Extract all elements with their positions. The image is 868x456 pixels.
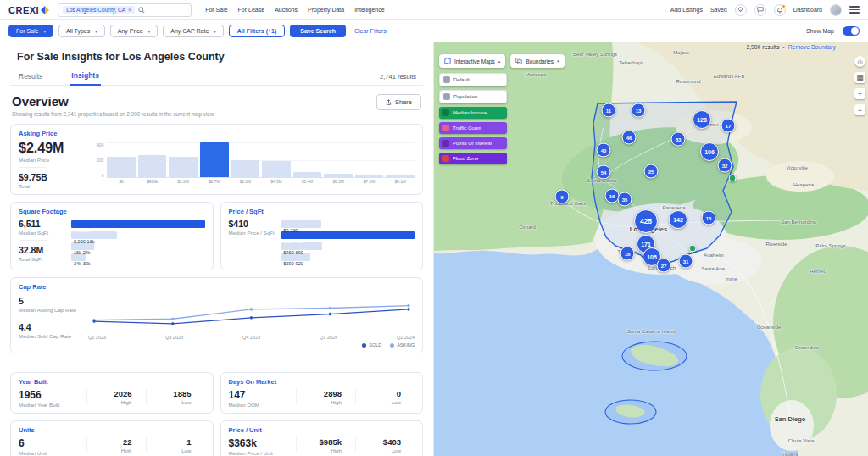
nav-auctions[interactable]: Auctions <box>275 7 298 13</box>
map-cluster-marker[interactable]: 35 <box>618 192 632 207</box>
crexi-logo-icon <box>41 6 49 14</box>
menu-icon[interactable] <box>849 6 860 14</box>
tab-insights[interactable]: Insights <box>70 69 101 86</box>
search-chip-label: Los Angeles County, CA <box>66 7 125 13</box>
nav-property-data[interactable]: Property Data <box>308 7 344 13</box>
map-cluster-marker[interactable]: 54 <box>597 165 611 180</box>
map-single-marker[interactable] <box>689 245 697 253</box>
add-listings-link[interactable]: Add Listings <box>670 7 703 13</box>
save-search-button[interactable]: Save Search <box>290 25 346 37</box>
cap-rate-legend: SOLDASKING <box>88 342 415 348</box>
share-button[interactable]: Share <box>376 94 421 110</box>
show-map-label: Show Map <box>806 28 834 34</box>
distribution-bar-label: 24k-32k <box>71 261 91 266</box>
map-cluster-marker[interactable]: 83 <box>671 132 686 147</box>
distribution-bar[interactable]: 8,000-16k <box>71 231 205 239</box>
map[interactable]: MaricopaBear Valley SpringsTehachapiMoja… <box>434 42 868 456</box>
interactive-maps-dropdown[interactable]: Interactive Maps ▴ <box>439 54 505 68</box>
map-cluster-marker[interactable]: 425 <box>634 209 658 233</box>
histogram-bar[interactable] <box>262 142 291 177</box>
histogram-bar[interactable] <box>355 142 384 177</box>
nav-intelligence[interactable]: Intelligence <box>354 7 384 13</box>
map-cluster-marker[interactable]: 32 <box>718 158 732 173</box>
layer-default[interactable]: Default <box>439 73 507 86</box>
overview-subtitle: Showing results from 2,741 properties ba… <box>12 111 214 117</box>
all-filters-button[interactable]: All Filters (+1) <box>229 25 285 37</box>
zoom-in-button[interactable]: + <box>854 88 865 99</box>
histogram-bar[interactable] <box>324 142 353 177</box>
global-search-input[interactable]: Los Angeles County, CA × <box>58 3 192 17</box>
map-cluster-marker[interactable]: 17 <box>721 119 736 133</box>
show-map-toggle[interactable] <box>843 26 860 36</box>
map-cluster-marker[interactable]: 128 <box>693 110 711 129</box>
chip-remove-icon[interactable]: × <box>128 7 131 13</box>
map-cluster-marker[interactable]: 31 <box>679 254 693 269</box>
zoom-out-button[interactable]: − <box>854 104 865 115</box>
map-cluster-marker[interactable]: 46 <box>622 131 637 145</box>
histogram-bar[interactable] <box>138 142 167 177</box>
dashboard-link[interactable]: Dashboard <box>793 7 822 13</box>
layer-median-income[interactable]: Median Income <box>439 107 507 119</box>
search-location-chip[interactable]: Los Angeles County, CA × <box>63 6 135 14</box>
avatar[interactable] <box>830 4 842 16</box>
map-cluster-marker[interactable]: 18 <box>620 247 635 261</box>
filter-bar: For Sale▾All Types▾Any Price▾Any CAP Rat… <box>0 20 868 42</box>
county-boundary[interactable] <box>592 102 737 265</box>
histogram-bar[interactable] <box>107 142 136 177</box>
boundaries-dropdown[interactable]: Boundaries ▾ <box>510 54 564 68</box>
share-icon <box>386 99 392 105</box>
histogram-bar[interactable] <box>293 142 322 177</box>
distribution-bar[interactable]: 24k-32k <box>71 253 205 261</box>
layer-points-of-interest[interactable]: Points Of Interest <box>439 137 507 149</box>
median-price-sqft-label: Median Price / SqFt <box>229 230 281 236</box>
histogram-x-label: $900k <box>138 178 167 184</box>
chevron-down-icon: ▾ <box>214 29 216 34</box>
map-cluster-marker[interactable]: 27 <box>657 259 671 273</box>
median-units-label: Median Unit <box>19 450 86 456</box>
map-cluster-marker[interactable]: 40 <box>597 143 611 158</box>
saved-link[interactable]: Saved <box>710 7 727 13</box>
histogram-bar[interactable] <box>169 142 198 177</box>
crexi-logo[interactable]: CREXI <box>8 5 49 15</box>
distribution-bar-label: 0-8,000 <box>71 228 90 233</box>
layer-flood-zone[interactable]: Flood Zone <box>439 153 507 164</box>
map-cluster-marker[interactable]: 106 <box>700 142 719 161</box>
notifications-button[interactable] <box>774 4 786 16</box>
median-price-label: Median Price <box>19 157 92 163</box>
layer-traffic-count[interactable]: Traffic Count <box>439 122 507 134</box>
cap-rate-x-label: Q2 2024 <box>397 335 415 340</box>
filter-dropdown-all-types[interactable]: All Types▾ <box>58 25 105 37</box>
nav-for-sale[interactable]: For Sale <box>205 7 227 13</box>
lightbulb-icon <box>737 7 743 13</box>
clear-filters-link[interactable]: Clear Filters <box>354 28 387 34</box>
map-cluster-marker[interactable]: 11 <box>602 103 616 118</box>
map-cluster-marker[interactable]: 13 <box>702 211 716 225</box>
histogram-bar[interactable] <box>386 142 415 177</box>
histogram-x-labels: $0$900k$1.8M$2.7M$3.6M$4.5M$5.4M$6.3M$7.… <box>107 178 415 184</box>
map-cluster-marker[interactable]: 25 <box>644 164 659 179</box>
histogram-bar[interactable] <box>200 142 229 177</box>
distribution-bar[interactable]: 0-8,000 <box>71 220 205 228</box>
tips-button[interactable] <box>735 4 747 16</box>
histogram-bar[interactable] <box>231 142 260 177</box>
recenter-button[interactable]: ◎ <box>854 56 865 67</box>
map-single-marker[interactable] <box>729 175 737 182</box>
map-cluster-marker[interactable]: 142 <box>669 210 687 229</box>
remove-boundary-link[interactable]: Remove Boundary <box>788 44 836 50</box>
filter-dropdown-any-price[interactable]: Any Price▾ <box>110 25 158 37</box>
nav-for-lease[interactable]: For Lease <box>238 7 265 13</box>
distribution-bar[interactable]: $0-230 <box>281 220 415 228</box>
map-cluster-marker[interactable]: 9 <box>555 190 570 204</box>
units-high-value: 22 <box>87 437 132 447</box>
distribution-bar[interactable]: $230-460 <box>281 231 415 239</box>
map-layers-button[interactable]: ▦ <box>854 72 865 83</box>
filter-dropdown-for-sale[interactable]: For Sale▾ <box>8 25 53 37</box>
boundaries-label: Boundaries <box>526 58 554 64</box>
histogram-plot: $0$900k$1.8M$2.7M$3.6M$4.5M$5.4M$6.3M$7.… <box>107 142 415 184</box>
price-unit-title: Price / Unit <box>229 426 415 434</box>
map-cluster-marker[interactable]: 13 <box>632 103 646 118</box>
messages-button[interactable] <box>754 4 766 16</box>
filter-dropdown-any-cap-rate[interactable]: Any CAP Rate▾ <box>163 25 224 37</box>
layer-population[interactable]: Population <box>439 90 507 103</box>
tab-results[interactable]: Results <box>17 70 44 85</box>
